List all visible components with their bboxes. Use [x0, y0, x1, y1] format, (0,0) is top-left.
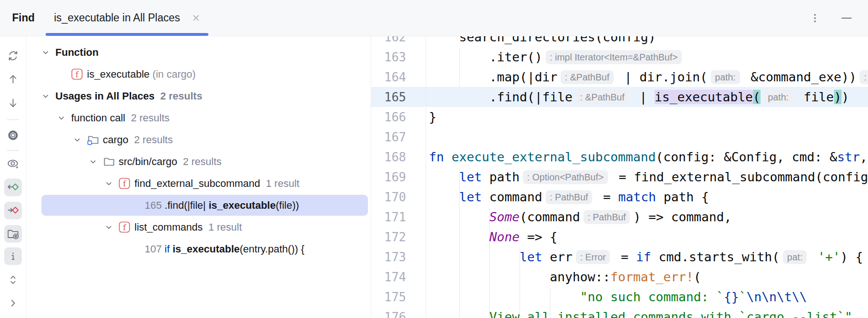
line-number: 163	[371, 50, 426, 64]
line-number: 175	[371, 290, 426, 304]
panel-title: Find	[0, 12, 46, 24]
minimize-button[interactable]	[839, 11, 854, 26]
line-number: 173	[371, 250, 426, 264]
tree-node-row[interactable]: cargo 2 results	[27, 129, 371, 151]
tree-node-label: cargo 2 results	[103, 134, 173, 146]
tree-node-row[interactable]: flist_commands 1 result	[27, 216, 371, 238]
preview-usages-button[interactable]	[4, 155, 22, 173]
hide-sidebar-icon	[7, 297, 20, 310]
code-line-176[interactable]: 176 View all installed commands with `ca…	[371, 307, 868, 318]
preview-usages-icon	[7, 158, 20, 171]
code-line-168[interactable]: 168fn execute_external_subcommand(config…	[371, 147, 868, 167]
line-number: 169	[371, 170, 426, 184]
code-text: search_directories(config)	[426, 36, 656, 44]
usage-result-row[interactable]: 107 if is_executable(entry.path()) {	[27, 238, 371, 260]
tab-usages-result[interactable]: is_executable in All Places	[46, 0, 208, 36]
line-number: 172	[371, 230, 426, 244]
settings-button[interactable]	[4, 126, 22, 144]
expand-collapse-icon	[7, 273, 20, 286]
chevron-down-icon[interactable]	[73, 136, 87, 144]
active-tab-indicator	[46, 33, 208, 36]
gutter-separator	[426, 36, 426, 318]
expand-collapse-button[interactable]	[4, 271, 22, 289]
code-line-173[interactable]: 173 let err: Error = if cmd.starts_with(…	[371, 247, 868, 267]
code-line-175[interactable]: 175 "no such command: `{}`\n\n\t\\	[371, 287, 868, 307]
code-text: }	[426, 110, 436, 124]
code-text: "no such command: `{}`\n\n\t\\	[426, 290, 807, 304]
tree-node-row[interactable]: Function	[27, 41, 371, 63]
inline-info-icon	[7, 250, 20, 263]
code-line-174[interactable]: 174 anyhow::format_err!(	[371, 267, 868, 287]
code-line-162[interactable]: 162 search_directories(config)	[371, 36, 868, 47]
tree-node-row[interactable]: Usages in All Places 2 results	[27, 85, 371, 107]
group-by-file-button[interactable]	[4, 225, 22, 243]
code-line-167[interactable]: 167	[371, 127, 868, 147]
toolbar-divider	[7, 119, 19, 120]
refresh-icon	[7, 49, 20, 62]
line-number: 171	[371, 210, 426, 224]
chevron-down-icon[interactable]	[105, 179, 119, 188]
line-number: 170	[371, 190, 426, 204]
code-text: let command: PathBuf = match path {	[426, 190, 709, 204]
toolbar-divider	[7, 150, 19, 151]
kebab-menu-icon	[808, 12, 821, 25]
tree-node-label: Function	[55, 46, 99, 59]
usage-result-row[interactable]: 165 .find(|file| is_executable(file))	[27, 194, 371, 216]
close-tab-icon[interactable]	[191, 13, 201, 23]
tree-node-row[interactable]: src/bin/cargo 2 results	[27, 151, 371, 172]
function-icon: f	[119, 221, 134, 233]
chevron-down-icon[interactable]	[105, 223, 119, 232]
code-line-164[interactable]: 164 .map(|dir: &PathBuf | dir.join(path:…	[371, 67, 868, 87]
read-access-filter-button[interactable]	[4, 179, 22, 196]
previous-occurrence-button[interactable]	[4, 70, 22, 88]
code-line-169[interactable]: 169 let path: Option<PathBuf> = find_ext…	[371, 167, 868, 187]
code-text: .iter(): impl Iterator<Item=&PathBuf>	[426, 50, 685, 64]
chevron-down-icon[interactable]	[41, 48, 55, 57]
tree-node-label: list_commands 1 result	[134, 221, 242, 233]
more-options-button[interactable]	[808, 11, 822, 26]
tree-node-row[interactable]: function call 2 results	[27, 107, 371, 129]
code-line-171[interactable]: 171 Some(command: PathBuf) => command,	[371, 207, 868, 227]
tree-node-label: 165 .find(|file| is_executable(file))	[145, 199, 299, 212]
next-occurrence-button[interactable]	[4, 94, 22, 112]
editor-lines: 162 search_directories(config)163 .iter(…	[371, 36, 868, 318]
chevron-down-icon[interactable]	[57, 114, 71, 122]
line-number: 162	[371, 36, 426, 44]
code-preview-pane[interactable]: 162 search_directories(config)163 .iter(…	[371, 36, 868, 318]
previous-occurrence-icon	[7, 73, 20, 86]
code-line-163[interactable]: 163 .iter(): impl Iterator<Item=&PathBuf…	[371, 47, 868, 67]
line-number: 165	[371, 90, 426, 104]
minimize-icon	[840, 12, 853, 25]
write-access-filter-icon	[7, 204, 20, 217]
write-access-filter-button[interactable]	[4, 202, 22, 219]
inline-info-button[interactable]	[4, 247, 22, 265]
code-text: View all installed commands with `cargo …	[426, 310, 868, 318]
group-by-file-icon	[7, 227, 20, 240]
tree-node-label: is_executable (in cargo)	[87, 68, 196, 80]
chevron-down-icon[interactable]	[41, 92, 55, 100]
line-number: 167	[371, 130, 426, 144]
hide-sidebar-button[interactable]	[4, 294, 22, 312]
code-line-172[interactable]: 172 None => {	[371, 227, 868, 247]
line-number: 174	[371, 270, 426, 284]
chevron-down-icon[interactable]	[89, 158, 103, 166]
code-line-166[interactable]: 166}	[371, 107, 868, 127]
tree-node-label: function call 2 results	[71, 112, 170, 124]
tree-node-label: Usages in All Places 2 results	[55, 90, 202, 102]
tree-node-row[interactable]: fis_executable (in cargo)	[27, 63, 371, 85]
line-number: 164	[371, 70, 426, 84]
tree-node-label: src/bin/cargo 2 results	[119, 156, 221, 168]
tree-node-label: find_external_subcommand 1 result	[134, 178, 300, 190]
code-line-165[interactable]: 165 .find(|file: &PathBuf | is_executabl…	[371, 87, 868, 107]
read-access-filter-icon	[7, 181, 20, 194]
refresh-button[interactable]	[4, 47, 22, 65]
next-occurrence-icon	[7, 97, 20, 110]
tree-node-row[interactable]: ffind_external_subcommand 1 result	[27, 172, 371, 194]
code-text: None => {	[426, 230, 557, 244]
code-line-170[interactable]: 170 let command: PathBuf = match path {	[371, 187, 868, 207]
code-text: let err: Error = if cmd.starts_with(pat:…	[426, 250, 863, 264]
find-header: Find is_executable in All Places	[0, 0, 868, 36]
line-number: 166	[371, 110, 426, 124]
code-text: anyhow::format_err!(	[426, 270, 701, 284]
code-text: Some(command: PathBuf) => command,	[426, 210, 732, 224]
